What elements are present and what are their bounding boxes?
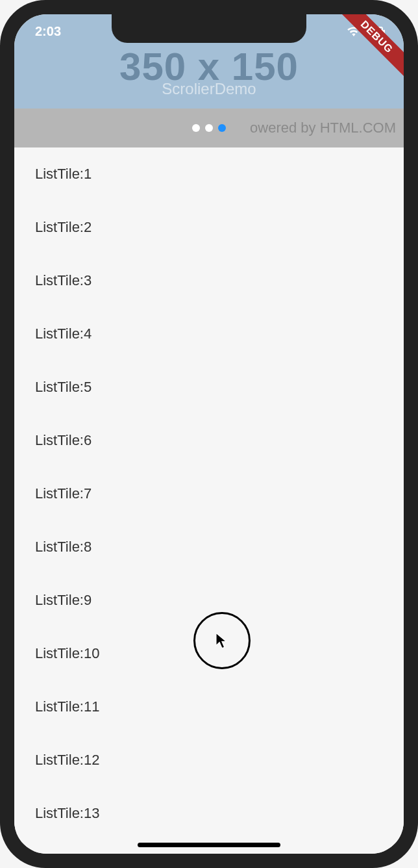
list-item-label: ListTile:11 <box>35 698 99 715</box>
attribution-text: owered by HTML.COM <box>250 120 396 136</box>
list-item-label: ListTile:10 <box>35 645 99 662</box>
list-item[interactable]: ListTile:12 <box>14 734 404 787</box>
list-item-label: ListTile:8 <box>35 539 92 555</box>
list-item[interactable]: ListTile:13 <box>14 787 404 840</box>
list-item[interactable]: ListTile:6 <box>14 414 404 467</box>
list-item-label: ListTile:1 <box>35 166 92 183</box>
list-item-label: ListTile:6 <box>35 432 92 449</box>
status-time: 2:03 <box>35 24 61 39</box>
list-item-label: ListTile:13 <box>35 805 99 822</box>
list-item[interactable]: ListTile:4 <box>14 307 404 361</box>
page-dot[interactable] <box>192 124 200 132</box>
list-view[interactable]: ListTile:1 ListTile:2 ListTile:3 ListTil… <box>14 147 404 854</box>
cursor-icon <box>215 632 229 649</box>
list-item-label: ListTile:3 <box>35 272 92 289</box>
home-indicator[interactable] <box>138 843 280 847</box>
list-item-label: ListTile:2 <box>35 219 92 236</box>
list-item[interactable]: ListTile:5 <box>14 361 404 414</box>
list-item[interactable]: ListTile:8 <box>14 520 404 574</box>
page-dot-active[interactable] <box>218 124 226 132</box>
list-item-label: ListTile:7 <box>35 485 92 502</box>
page-dot[interactable] <box>205 124 213 132</box>
list-item[interactable]: ListTile:7 <box>14 467 404 520</box>
carousel-footer: owered by HTML.COM <box>14 108 404 147</box>
page-indicator[interactable] <box>192 124 226 132</box>
list-item[interactable]: ListTile:2 <box>14 201 404 254</box>
app-title: ScrolierDemo <box>162 80 256 98</box>
list-item[interactable]: ListTile:11 <box>14 680 404 734</box>
touch-indicator <box>193 612 251 669</box>
screen: 2:03 ⚡ DEBUG 350 x 150 ScrolierDemo <box>14 14 404 854</box>
list-item-label: ListTile:5 <box>35 379 92 396</box>
list-item-label: ListTile:9 <box>35 592 92 609</box>
list-item-label: ListTile:12 <box>35 752 99 769</box>
list-item-label: ListTile:4 <box>35 326 92 342</box>
notch <box>112 14 306 43</box>
list-item[interactable]: ListTile:3 <box>14 254 404 307</box>
device-frame: 2:03 ⚡ DEBUG 350 x 150 ScrolierDemo <box>0 0 418 868</box>
list-item[interactable]: ListTile:1 <box>14 147 404 201</box>
